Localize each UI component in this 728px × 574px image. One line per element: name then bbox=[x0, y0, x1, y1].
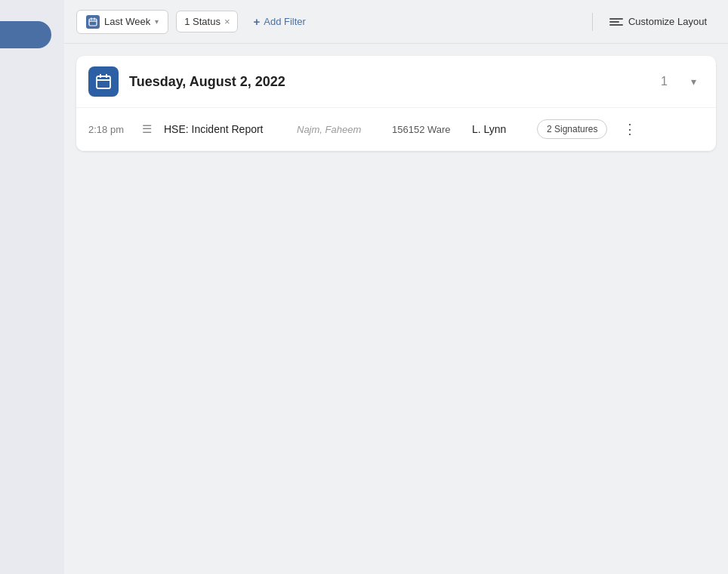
record-type-icon: ☰ bbox=[142, 122, 152, 136]
date-group-header: Tuesday, August 2, 2022 1 ▾ bbox=[76, 56, 716, 108]
svg-rect-4 bbox=[97, 76, 110, 88]
expand-button[interactable]: ▾ bbox=[683, 71, 704, 92]
record-name[interactable]: HSE: Incident Report bbox=[164, 123, 285, 135]
status-filter-close-icon[interactable]: × bbox=[224, 17, 230, 26]
calendar-icon bbox=[86, 15, 100, 29]
customize-layout-label: Customize Layout bbox=[628, 16, 707, 27]
record-author: Najm, Faheem bbox=[297, 124, 380, 135]
date-filter-chevron-icon: ▾ bbox=[155, 17, 159, 26]
table-row: 2:18 pm ☰ HSE: Incident Report Najm, Fah… bbox=[76, 108, 716, 151]
expand-icon: ▾ bbox=[691, 76, 696, 88]
status-filter: 1 Status × bbox=[176, 11, 238, 32]
add-filter-button[interactable]: + Add Filter bbox=[245, 11, 313, 32]
toolbar-divider bbox=[592, 13, 593, 31]
date-title: Tuesday, August 2, 2022 bbox=[129, 74, 650, 90]
toolbar: Last Week ▾ 1 Status × + Add Filter bbox=[64, 0, 728, 44]
more-actions-icon: ⋮ bbox=[623, 121, 637, 137]
main-content: Last Week ▾ 1 Status × + Add Filter bbox=[64, 0, 728, 574]
date-filter-button[interactable]: Last Week ▾ bbox=[76, 10, 168, 34]
customize-layout-icon bbox=[609, 18, 623, 26]
record-time: 2:18 pm bbox=[88, 124, 130, 135]
sidebar bbox=[0, 0, 64, 574]
sidebar-active-indicator bbox=[0, 21, 51, 48]
plus-icon: + bbox=[253, 15, 260, 28]
content-area: Tuesday, August 2, 2022 1 ▾ 2:18 pm ☰ HS… bbox=[64, 44, 728, 574]
customize-layout-button[interactable]: Customize Layout bbox=[600, 11, 716, 32]
date-icon-box bbox=[88, 66, 119, 97]
date-count: 1 bbox=[661, 75, 668, 88]
date-group-card: Tuesday, August 2, 2022 1 ▾ 2:18 pm ☰ HS… bbox=[76, 56, 716, 151]
date-filter-label: Last Week bbox=[104, 16, 150, 27]
add-filter-label: Add Filter bbox=[264, 16, 306, 27]
record-id: 156152 Ware bbox=[392, 124, 460, 135]
svg-rect-0 bbox=[89, 19, 97, 26]
status-filter-label: 1 Status bbox=[184, 16, 221, 27]
more-actions-button[interactable]: ⋮ bbox=[619, 119, 640, 140]
record-assignee: L. Lynn bbox=[472, 123, 525, 135]
signatures-badge[interactable]: 2 Signatures bbox=[537, 119, 607, 139]
